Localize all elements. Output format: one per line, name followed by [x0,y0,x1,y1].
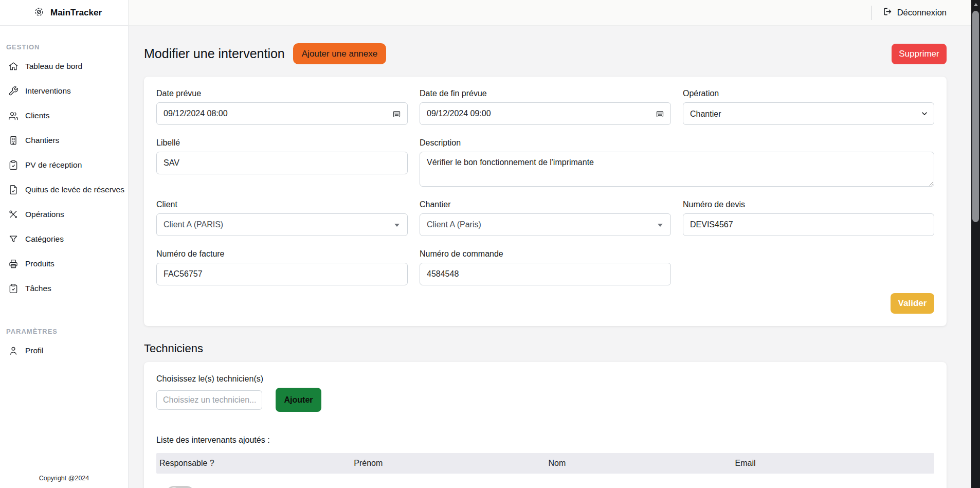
intervention-form-card: Date prévue Date de fin prévue [144,77,947,326]
person-icon [8,345,19,356]
col-header-responsable: Responsable ? [156,453,351,474]
devis-input[interactable] [683,213,934,236]
topbar: Déconnexion [129,0,971,26]
main-content: Modifier une intervention Ajouter une an… [129,26,963,488]
description-textarea[interactable]: Vérifier le bon fonctionnement de l'impr… [420,152,934,187]
chantier-select[interactable]: Client A (Paris) [420,213,671,236]
responsable-toggle[interactable] [166,486,195,488]
client-select[interactable]: Client A (PARIS) [156,213,408,236]
home-icon [8,61,19,72]
sidebar-item-produits[interactable]: Produits [0,251,128,276]
col-header-email: Email [732,453,903,474]
operation-select[interactable]: Chantier [683,102,934,125]
empty-cell [683,249,934,285]
facture-input[interactable] [156,263,408,285]
sidebar-item-label: Quitus de levée de réserves [25,185,124,194]
field-date-prevue: Date prévue [156,89,408,125]
field-numero-commande: Numéro de commande [420,249,671,285]
triangle-down-icon [394,224,400,227]
people-icon [8,110,19,121]
funnel-icon [8,233,19,245]
gear-logo-icon [33,6,45,20]
sidebar-item-profil[interactable]: Profil [0,338,128,363]
sidebar-item-operations[interactable]: Opérations [0,202,128,227]
col-header-nom: Nom [546,453,732,474]
sidebar-item-chantiers[interactable]: Chantiers [0,128,128,153]
copyright-text: Copyright @2024 [0,475,128,482]
validate-button[interactable]: Valider [891,293,934,314]
sidebar-item-label: Tâches [25,284,51,293]
logout-icon [883,7,893,19]
calendar-icon[interactable] [656,110,664,118]
scrollbar-thumb[interactable] [972,11,979,222]
col-header-actions [903,453,934,474]
facture-label: Numéro de facture [156,249,408,259]
sidebar-item-interventions[interactable]: Interventions [0,79,128,103]
delete-intervention-button[interactable]: Supprimer [892,44,947,64]
calendar-icon[interactable] [392,110,401,118]
sidebar-item-quitus[interactable]: Quitus de levée de réserves [0,177,128,202]
logout-button[interactable]: Déconnexion [883,7,947,19]
cell-email: test@test.fr [732,474,903,488]
add-annex-button[interactable]: Ajouter une annexe [293,43,386,64]
date-prevue-input[interactable] [156,102,408,125]
field-client: Client Client A (PARIS) [156,200,408,236]
page-title: Modifier une intervention [144,46,285,61]
scrollbar-up-button[interactable] [971,0,980,9]
col-header-prenom: Prénom [351,453,545,474]
sidebar-item-label: Tableau de bord [25,62,82,71]
cell-prenom: tech1 [351,474,545,488]
add-technician-button[interactable]: Ajouter [276,388,321,412]
clipboard-check-icon [8,159,19,171]
client-label: Client [156,200,408,209]
sidebar-item-pv-de-reception[interactable]: PV de réception [0,153,128,177]
date-prevue-label: Date prévue [156,89,408,98]
field-operation: Opération Chantier [683,89,934,125]
sidebar-item-taches[interactable]: Tâches [0,276,128,301]
field-description: Description Vérifier le bon fonctionneme… [420,138,934,187]
technicians-heading: Techniciens [144,342,947,355]
date-fin-label: Date de fin prévue [420,89,671,98]
clipboard-check-icon [8,283,19,294]
technicians-table: Responsable ? Prénom Nom Email tech1 tec… [156,453,934,488]
table-header-row: Responsable ? Prénom Nom Email [156,453,934,474]
libelle-input[interactable] [156,152,408,174]
field-numero-devis: Numéro de devis [683,200,934,236]
technicians-card: Choisissez le(s) technicien(s) Ajouter L… [144,362,947,488]
table-row: tech1 tech1 test@test.fr [156,474,934,488]
description-label: Description [420,138,934,148]
sidebar-item-tableau-de-bord[interactable]: Tableau de bord [0,54,128,79]
triangle-down-icon [658,224,663,227]
date-fin-input[interactable] [420,102,671,125]
sidebar-item-label: Profil [25,346,43,355]
sidebar-nav: GESTION Tableau de bord Interventions Cl… [0,26,128,363]
scroll-up-arrow-icon [974,3,978,6]
printer-icon [8,258,19,269]
sidebar-item-label: Produits [25,259,55,268]
libelle-label: Libellé [156,138,408,148]
technician-search-input[interactable] [156,390,262,410]
sidebar-item-label: Catégories [25,234,64,244]
sidebar-item-label: Opérations [25,210,64,219]
sidebar-item-clients[interactable]: Clients [0,103,128,128]
commande-input[interactable] [420,263,671,285]
field-chantier: Chantier Client A (Paris) [420,200,671,236]
sidebar-item-label: Chantiers [25,136,59,145]
sidebar-item-label: PV de réception [25,160,82,170]
devis-label: Numéro de devis [683,200,934,209]
file-check-icon [8,184,19,195]
sidebar-item-label: Interventions [25,86,71,96]
scrollbar [971,0,980,488]
logout-label: Déconnexion [897,8,947,17]
nav-section-gestion: GESTION [0,26,128,54]
sidebar-item-categories[interactable]: Catégories [0,227,128,251]
choose-technician-label: Choisissez le(s) technicien(s) [156,374,934,384]
wrench-icon [8,85,19,97]
building-icon [8,135,19,146]
commande-label: Numéro de commande [420,249,671,259]
tools-icon [8,209,19,220]
field-numero-facture: Numéro de facture [156,249,408,285]
sidebar-item-label: Clients [25,111,49,120]
chantier-label: Chantier [420,200,671,209]
field-date-fin-prevue: Date de fin prévue [420,89,671,125]
